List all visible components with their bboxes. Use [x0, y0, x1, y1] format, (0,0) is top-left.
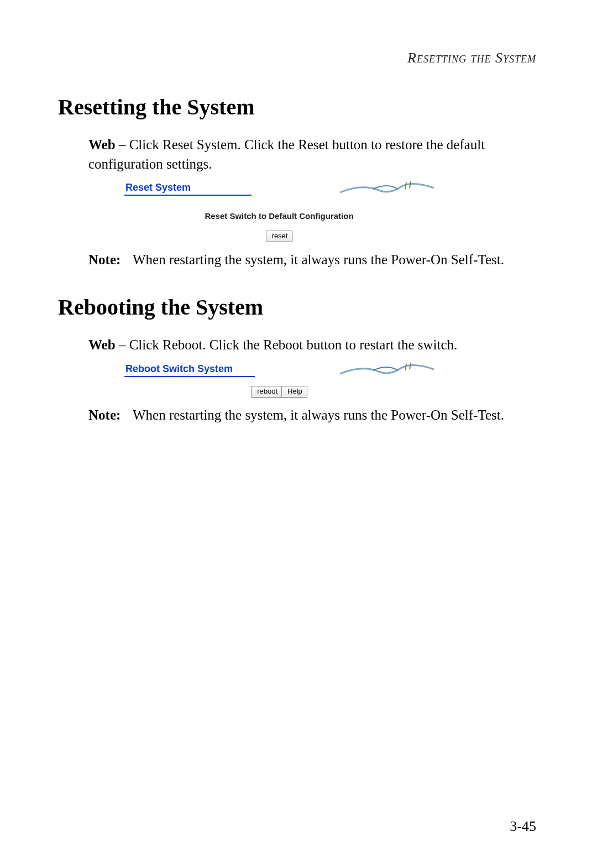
section2-note-text: When restarting the system, it always ru…: [133, 407, 542, 423]
reset-button-row: reset: [124, 231, 434, 242]
reboot-ui-title: Reboot Switch System: [124, 363, 255, 377]
header-decoration-icon: [268, 180, 434, 196]
reset-system-figure: Reset System Reset Switch to Default Con…: [124, 179, 434, 242]
section2-note: Note: When restarting the system, it alw…: [88, 407, 542, 423]
page-number: 3-45: [510, 818, 536, 835]
section2-heading: Rebooting the System: [58, 294, 542, 320]
section2-lead-rest: – Click Reboot. Click the Reboot button …: [116, 337, 458, 352]
reboot-ui-header: Reboot Switch System: [124, 360, 434, 377]
section1-note: Note: When restarting the system, it alw…: [88, 252, 542, 268]
page: Resetting the System Resetting the Syste…: [0, 0, 597, 868]
help-button[interactable]: Help: [281, 386, 307, 398]
section1-note-text: When restarting the system, it always ru…: [133, 252, 542, 268]
reset-ui-subhead: Reset Switch to Default Configuration: [124, 211, 434, 221]
section1-lead-bold: Web: [88, 137, 116, 152]
section1-note-label: Note:: [88, 252, 133, 268]
section1-lead: Web – Click Reset System. Click the Rese…: [88, 135, 542, 174]
reboot-button-row: rebootHelp: [124, 386, 434, 398]
reset-ui-header: Reset System: [124, 179, 434, 196]
section1-heading: Resetting the System: [58, 94, 542, 120]
section1-lead-rest: – Click Reset System. Click the Reset bu…: [88, 137, 485, 171]
reboot-button[interactable]: reboot: [251, 386, 282, 398]
reset-button[interactable]: reset: [266, 231, 293, 242]
header-decoration-icon: [271, 362, 434, 377]
section2-lead: Web – Click Reboot. Click the Reboot but…: [88, 336, 542, 355]
section1-body: Web – Click Reset System. Click the Rese…: [88, 135, 542, 268]
section2-note-label: Note:: [88, 407, 133, 423]
reboot-system-figure: Reboot Switch System rebootHelp: [124, 360, 434, 398]
section2-body: Web – Click Reboot. Click the Reboot but…: [88, 336, 542, 423]
section2-lead-bold: Web: [88, 337, 116, 352]
reset-ui-title: Reset System: [124, 182, 252, 196]
running-head: Resetting the System: [58, 50, 536, 66]
